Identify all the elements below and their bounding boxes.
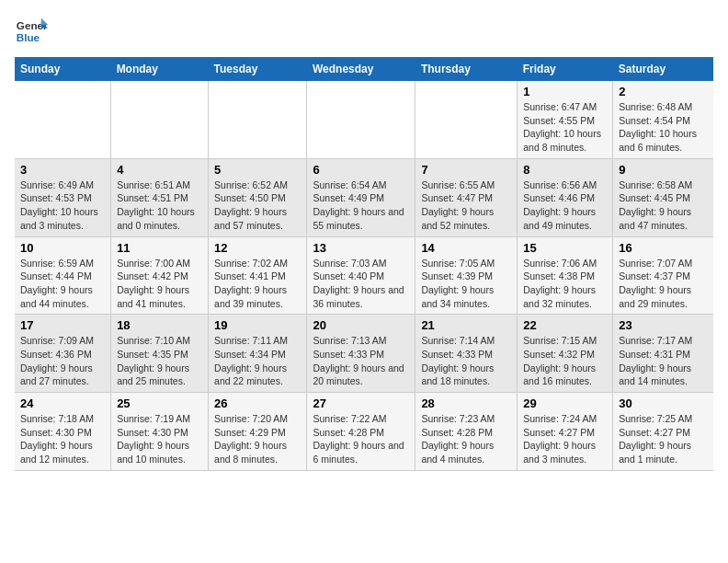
cell-w4-d5: 21Sunrise: 7:14 AM Sunset: 4:33 PM Dayli…: [415, 315, 518, 393]
cell-w5-d1: 24Sunrise: 7:18 AM Sunset: 4:30 PM Dayli…: [15, 393, 111, 471]
header-thursday: Thursday: [415, 57, 518, 81]
day-info: Sunrise: 6:47 AM Sunset: 4:55 PM Dayligh…: [523, 100, 607, 155]
logo: General Blue: [15, 15, 51, 48]
cell-w1-d5: [415, 81, 518, 158]
cell-w5-d5: 28Sunrise: 7:23 AM Sunset: 4:28 PM Dayli…: [415, 393, 518, 471]
cell-w3-d3: 12Sunrise: 7:02 AM Sunset: 4:41 PM Dayli…: [209, 236, 307, 315]
day-number: 10: [20, 241, 105, 255]
day-number: 21: [421, 318, 511, 332]
cell-w2-d5: 7Sunrise: 6:55 AM Sunset: 4:47 PM Daylig…: [415, 158, 518, 236]
cell-w3-d7: 16Sunrise: 7:07 AM Sunset: 4:37 PM Dayli…: [613, 236, 713, 315]
day-number: 9: [619, 163, 708, 177]
day-info: Sunrise: 7:05 AM Sunset: 4:39 PM Dayligh…: [421, 257, 511, 311]
week-row-5: 24Sunrise: 7:18 AM Sunset: 4:30 PM Dayli…: [15, 393, 713, 471]
cell-w5-d3: 26Sunrise: 7:20 AM Sunset: 4:29 PM Dayli…: [209, 393, 307, 471]
cell-w2-d7: 9Sunrise: 6:58 AM Sunset: 4:45 PM Daylig…: [613, 158, 713, 236]
cell-w2-d1: 3Sunrise: 6:49 AM Sunset: 4:53 PM Daylig…: [15, 158, 111, 236]
week-row-4: 17Sunrise: 7:09 AM Sunset: 4:36 PM Dayli…: [15, 315, 713, 393]
cell-w5-d4: 27Sunrise: 7:22 AM Sunset: 4:28 PM Dayli…: [307, 393, 415, 471]
day-number: 20: [313, 318, 409, 332]
day-number: 7: [421, 163, 511, 177]
day-info: Sunrise: 7:06 AM Sunset: 4:38 PM Dayligh…: [523, 257, 607, 311]
day-number: 4: [117, 163, 202, 177]
day-info: Sunrise: 7:03 AM Sunset: 4:40 PM Dayligh…: [313, 257, 409, 311]
cell-w2-d6: 8Sunrise: 6:56 AM Sunset: 4:46 PM Daylig…: [518, 158, 613, 236]
day-info: Sunrise: 6:52 AM Sunset: 4:50 PM Dayligh…: [214, 178, 301, 233]
cell-w5-d7: 30Sunrise: 7:25 AM Sunset: 4:27 PM Dayli…: [613, 393, 713, 471]
day-info: Sunrise: 6:51 AM Sunset: 4:51 PM Dayligh…: [117, 178, 202, 233]
day-info: Sunrise: 7:23 AM Sunset: 4:28 PM Dayligh…: [421, 412, 511, 466]
day-info: Sunrise: 7:14 AM Sunset: 4:33 PM Dayligh…: [421, 334, 511, 388]
day-number: 18: [117, 318, 202, 332]
cell-w1-d7: 2Sunrise: 6:48 AM Sunset: 4:54 PM Daylig…: [613, 81, 713, 158]
header-friday: Friday: [518, 57, 613, 81]
day-info: Sunrise: 7:13 AM Sunset: 4:33 PM Dayligh…: [313, 334, 409, 388]
day-info: Sunrise: 7:17 AM Sunset: 4:31 PM Dayligh…: [619, 334, 708, 388]
day-number: 22: [523, 318, 607, 332]
day-info: Sunrise: 6:49 AM Sunset: 4:53 PM Dayligh…: [20, 178, 105, 233]
cell-w2-d2: 4Sunrise: 6:51 AM Sunset: 4:51 PM Daylig…: [111, 158, 209, 236]
day-number: 27: [313, 396, 409, 410]
header-wednesday: Wednesday: [307, 57, 415, 81]
day-info: Sunrise: 7:10 AM Sunset: 4:35 PM Dayligh…: [117, 334, 202, 388]
cell-w4-d2: 18Sunrise: 7:10 AM Sunset: 4:35 PM Dayli…: [111, 315, 209, 393]
day-info: Sunrise: 6:56 AM Sunset: 4:46 PM Dayligh…: [523, 178, 607, 233]
cell-w2-d3: 5Sunrise: 6:52 AM Sunset: 4:50 PM Daylig…: [209, 158, 307, 236]
header-tuesday: Tuesday: [209, 57, 307, 81]
cell-w3-d5: 14Sunrise: 7:05 AM Sunset: 4:39 PM Dayli…: [415, 236, 518, 315]
day-info: Sunrise: 7:11 AM Sunset: 4:34 PM Dayligh…: [214, 334, 301, 388]
day-info: Sunrise: 7:25 AM Sunset: 4:27 PM Dayligh…: [619, 412, 708, 466]
header-row: SundayMondayTuesdayWednesdayThursdayFrid…: [15, 57, 713, 81]
header-sunday: Sunday: [15, 57, 111, 81]
cell-w1-d4: [307, 81, 415, 158]
cell-w3-d1: 10Sunrise: 6:59 AM Sunset: 4:44 PM Dayli…: [15, 236, 111, 315]
day-number: 16: [619, 241, 708, 255]
day-number: 13: [313, 241, 409, 255]
cell-w4-d1: 17Sunrise: 7:09 AM Sunset: 4:36 PM Dayli…: [15, 315, 111, 393]
day-number: 30: [619, 396, 708, 410]
header-monday: Monday: [111, 57, 209, 81]
cell-w4-d7: 23Sunrise: 7:17 AM Sunset: 4:31 PM Dayli…: [613, 315, 713, 393]
cell-w1-d1: [15, 81, 111, 158]
cell-w1-d3: [209, 81, 307, 158]
cell-w4-d4: 20Sunrise: 7:13 AM Sunset: 4:33 PM Dayli…: [307, 315, 415, 393]
day-info: Sunrise: 7:09 AM Sunset: 4:36 PM Dayligh…: [20, 334, 105, 388]
day-number: 15: [523, 241, 607, 255]
day-info: Sunrise: 6:59 AM Sunset: 4:44 PM Dayligh…: [20, 257, 105, 311]
calendar-table: SundayMondayTuesdayWednesdayThursdayFrid…: [15, 57, 713, 471]
day-number: 14: [421, 241, 511, 255]
day-info: Sunrise: 7:15 AM Sunset: 4:32 PM Dayligh…: [523, 334, 607, 388]
day-info: Sunrise: 6:54 AM Sunset: 4:49 PM Dayligh…: [313, 178, 409, 233]
cell-w1-d6: 1Sunrise: 6:47 AM Sunset: 4:55 PM Daylig…: [518, 81, 613, 158]
cell-w5-d2: 25Sunrise: 7:19 AM Sunset: 4:30 PM Dayli…: [111, 393, 209, 471]
day-number: 8: [523, 163, 607, 177]
day-number: 25: [117, 396, 202, 410]
day-info: Sunrise: 6:55 AM Sunset: 4:47 PM Dayligh…: [421, 178, 511, 233]
day-info: Sunrise: 7:18 AM Sunset: 4:30 PM Dayligh…: [20, 412, 105, 466]
svg-text:Blue: Blue: [17, 31, 40, 43]
day-number: 2: [619, 85, 708, 98]
day-number: 26: [214, 396, 301, 410]
day-number: 28: [421, 396, 511, 410]
cell-w3-d6: 15Sunrise: 7:06 AM Sunset: 4:38 PM Dayli…: [518, 236, 613, 315]
day-number: 29: [523, 396, 607, 410]
cell-w3-d4: 13Sunrise: 7:03 AM Sunset: 4:40 PM Dayli…: [307, 236, 415, 315]
day-number: 11: [117, 241, 202, 255]
day-info: Sunrise: 7:22 AM Sunset: 4:28 PM Dayligh…: [313, 412, 409, 466]
day-number: 17: [20, 318, 105, 332]
day-number: 23: [619, 318, 708, 332]
day-number: 3: [20, 163, 105, 177]
cell-w3-d2: 11Sunrise: 7:00 AM Sunset: 4:42 PM Dayli…: [111, 236, 209, 315]
day-number: 6: [313, 163, 409, 177]
day-number: 19: [214, 318, 301, 332]
day-info: Sunrise: 7:02 AM Sunset: 4:41 PM Dayligh…: [214, 257, 301, 311]
cell-w4-d3: 19Sunrise: 7:11 AM Sunset: 4:34 PM Dayli…: [209, 315, 307, 393]
day-number: 5: [214, 163, 301, 177]
day-info: Sunrise: 6:48 AM Sunset: 4:54 PM Dayligh…: [619, 100, 708, 155]
logo-icon: General Blue: [15, 15, 48, 48]
day-number: 1: [523, 85, 607, 98]
week-row-3: 10Sunrise: 6:59 AM Sunset: 4:44 PM Dayli…: [15, 236, 713, 315]
week-row-2: 3Sunrise: 6:49 AM Sunset: 4:53 PM Daylig…: [15, 158, 713, 236]
cell-w5-d6: 29Sunrise: 7:24 AM Sunset: 4:27 PM Dayli…: [518, 393, 613, 471]
week-row-1: 1Sunrise: 6:47 AM Sunset: 4:55 PM Daylig…: [15, 81, 713, 158]
